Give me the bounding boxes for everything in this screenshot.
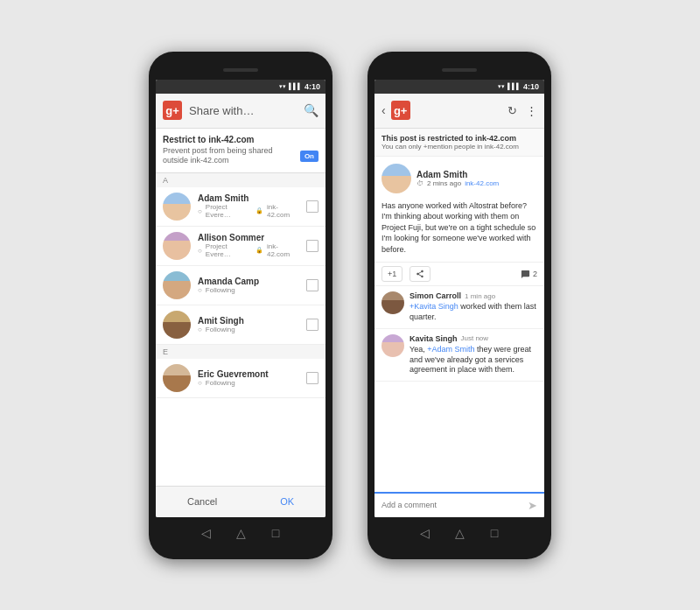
home-icon-1[interactable]: △ <box>234 526 248 540</box>
domain-icon-adam: 🔒 <box>256 207 263 214</box>
contact-name-amanda: Amanda Camp <box>198 277 299 286</box>
circle-icon-amit: ○ <box>198 326 202 333</box>
status-bar-1: ▾▾ ▌▌▌ 4:10 <box>156 80 326 94</box>
contact-info-amit: Amit Singh ○ Following <box>198 316 299 333</box>
checkbox-adam[interactable] <box>306 200 318 213</box>
contact-meta-eric: ○ Following <box>198 379 299 387</box>
more-icon[interactable]: ⋮ <box>526 104 537 117</box>
header-icons-2: ↻ ⋮ <box>508 104 537 117</box>
back-chevron-icon[interactable]: ‹ <box>382 103 386 117</box>
gplus-icon-1: g+ <box>163 101 182 120</box>
checkbox-eric[interactable] <box>306 372 318 384</box>
speaker-1 <box>223 68 258 72</box>
section-e: E <box>156 345 326 359</box>
checkbox-amanda[interactable] <box>306 279 318 291</box>
contact-circle-amit: Following <box>206 326 235 333</box>
phone-1-screen: ▾▾ ▌▌▌ 4:10 g+ Share with… 🔍 Restrict to… <box>156 80 326 517</box>
share-button[interactable] <box>410 266 430 282</box>
restrict-row: Prevent post from being shared outside i… <box>163 146 318 166</box>
avatar-eric <box>163 364 191 392</box>
contact-name-amit: Amit Singh <box>198 316 299 326</box>
circle-icon-adam: ○ <box>198 207 202 215</box>
recent-icon-1[interactable]: □ <box>269 526 283 540</box>
contact-meta-amanda: ○ Following <box>198 286 299 294</box>
contact-allison[interactable]: Allison Sommer ○ Project Evere… 🔒 ink-42… <box>156 227 326 266</box>
contact-amanda[interactable]: Amanda Camp ○ Following <box>156 266 326 305</box>
contact-name-adam: Adam Smith <box>198 193 299 203</box>
domain-icon-allison: 🔒 <box>256 247 263 254</box>
comment-avatar-simon <box>382 291 404 314</box>
post-author-name: Adam Smith <box>416 170 499 179</box>
contact-info-allison: Allison Sommer ○ Project Evere… 🔒 ink-42… <box>198 233 299 258</box>
wifi-icon-1: ▾▾ <box>279 83 286 90</box>
back-icon-2[interactable]: ◁ <box>417 526 431 540</box>
avatar-adam <box>163 193 191 221</box>
comment-text-simon: +Kavita Singh worked with them last quar… <box>410 302 537 322</box>
contact-info-amanda: Amanda Camp ○ Following <box>198 277 299 294</box>
comment-header-simon: Simon Carroll 1 min ago <box>410 291 537 300</box>
send-icon[interactable]: ➤ <box>528 499 537 512</box>
share-footer: Cancel OK <box>156 486 326 517</box>
phone-1-top-bar <box>156 62 326 78</box>
post-time: 2 mins ago <box>427 179 461 187</box>
contact-circle-adam: Project Evere… <box>206 203 252 219</box>
cancel-button[interactable]: Cancel <box>170 491 234 512</box>
wifi-icon-2: ▾▾ <box>498 83 505 90</box>
restriction-title: This post is restricted to ink-42.com <box>382 134 537 143</box>
comment-body-kavita: Kavita Singh Just now Yea, +Adam Smith t… <box>410 334 537 375</box>
comment-count-value: 2 <box>533 270 537 278</box>
contact-eric[interactable]: Eric Guevremont ○ Following <box>156 359 326 398</box>
search-icon-1[interactable]: 🔍 <box>304 103 318 117</box>
contact-meta-allison: ○ Project Evere… 🔒 ink-42.com <box>198 242 299 258</box>
back-icon-1[interactable]: ◁ <box>199 526 213 540</box>
post-container: This post is restricted to ink-42.com Yo… <box>374 129 544 517</box>
signal-icon-2: ▌▌▌ <box>508 83 521 89</box>
mention-kavita[interactable]: +Kavita Singh <box>410 302 458 311</box>
contact-domain-allison: ink-42.com <box>267 242 299 258</box>
circle-icon-eric: ○ <box>198 379 202 387</box>
contact-info-eric: Eric Guevremont ○ Following <box>198 369 299 387</box>
nav-bar-1: ◁ △ □ <box>156 517 326 549</box>
contact-info-adam: Adam Smith ○ Project Evere… 🔒 ink-42.com <box>198 193 299 219</box>
contact-adam[interactable]: Adam Smith ○ Project Evere… 🔒 ink-42.com <box>156 187 326 227</box>
comment-kavita: Kavita Singh Just now Yea, +Adam Smith t… <box>374 329 544 382</box>
post-time-icon: ⏱ <box>416 179 424 187</box>
comment-avatar-kavita <box>382 334 404 357</box>
comment-author-kavita: Kavita Singh <box>410 334 458 343</box>
recent-icon-2[interactable]: □ <box>487 526 501 540</box>
toggle-on[interactable]: On <box>300 151 318 162</box>
refresh-icon[interactable]: ↻ <box>508 104 517 117</box>
comment-simon: Simon Carroll 1 min ago +Kavita Singh wo… <box>374 286 544 328</box>
post-author-row: Adam Smith ⏱ 2 mins ago ink-42.com <box>374 157 544 200</box>
post-domain-link[interactable]: ink-42.com <box>465 179 499 187</box>
section-a: A <box>156 173 326 187</box>
comment-header-kavita: Kavita Singh Just now <box>410 334 537 343</box>
comment-time-simon: 1 min ago <box>465 292 495 300</box>
contact-circle-amanda: Following <box>206 286 235 294</box>
restrict-title: Restrict to ink-42.com <box>163 135 318 144</box>
phone-1: ▾▾ ▌▌▌ 4:10 g+ Share with… 🔍 Restrict to… <box>149 52 332 559</box>
checkbox-amit[interactable] <box>306 319 318 331</box>
comments-section: Simon Carroll 1 min ago +Kavita Singh wo… <box>374 286 544 491</box>
post-actions: +1 2 <box>374 262 544 286</box>
avatar-amanda <box>163 271 191 299</box>
contact-circle-eric: Following <box>206 379 235 387</box>
comment-input[interactable] <box>382 501 522 509</box>
nav-bar-2: ◁ △ □ <box>374 517 544 549</box>
plus-one-button[interactable]: +1 <box>382 266 402 282</box>
time-1: 4:10 <box>304 82 320 91</box>
ok-button[interactable]: OK <box>262 491 312 512</box>
contact-name-eric: Eric Guevremont <box>198 369 299 379</box>
checkbox-allison[interactable] <box>306 240 318 252</box>
time-2: 4:10 <box>523 82 539 91</box>
avatar-allison <box>163 232 191 260</box>
phone-2-screen: ▾▾ ▌▌▌ 4:10 ‹ g+ ↻ ⋮ This post is restri… <box>374 80 544 517</box>
post-content: Has anyone worked with Altostrat before?… <box>374 200 544 263</box>
contact-amit[interactable]: Amit Singh ○ Following <box>156 305 326 345</box>
share-header: g+ Share with… 🔍 <box>156 94 326 129</box>
restriction-notice: This post is restricted to ink-42.com Yo… <box>374 129 544 157</box>
contact-circle-allison: Project Evere… <box>206 242 252 258</box>
home-icon-2[interactable]: △ <box>452 526 466 540</box>
speaker-2 <box>442 68 477 72</box>
mention-adam[interactable]: +Adam Smith <box>427 345 474 354</box>
